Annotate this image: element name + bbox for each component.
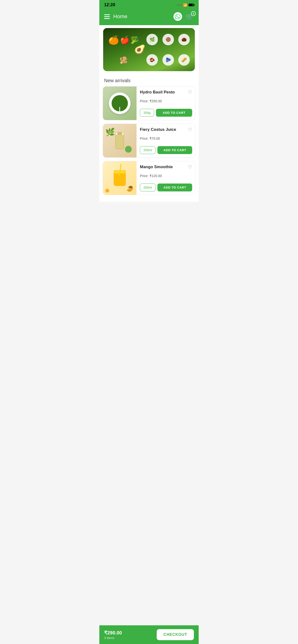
battery-icon [189, 4, 194, 6]
whatsapp-button[interactable] [174, 12, 182, 21]
product-name-3: Mango Smoothie [140, 164, 188, 170]
product-info-3: Mango Smoothie ♡ Price: ₹120.00 200ml AD… [136, 161, 195, 195]
banner-image: 🍊 🍎 🥦 🫚 🌿 🟤 🌰 🫘 🫐 🥜 🥑 [103, 28, 195, 71]
size-button-3[interactable]: 200ml [140, 184, 156, 192]
product-top-3: Mango Smoothie ♡ [140, 164, 192, 170]
product-price-2: Price: ₹70.00 [140, 136, 192, 140]
product-top-1: Hydro Basil Pesto ♡ [140, 90, 192, 95]
header-title: Home [113, 14, 127, 20]
hamburger-menu[interactable] [104, 14, 110, 19]
wishlist-button-1[interactable]: ♡ [188, 90, 192, 95]
banner-container: 🍊 🍎 🥦 🫚 🌿 🟤 🌰 🫘 🫐 🥜 🥑 [99, 25, 199, 74]
product-card-2: 🌿 Fiery Costus Juice ♡ Price: ₹70.00 200… [103, 124, 195, 158]
product-actions-2: 200ml ADD TO CART [140, 146, 192, 154]
product-card-1: Hydro Basil Pesto ♡ Price: ₹250.00 200g … [103, 86, 195, 120]
add-to-cart-button-2[interactable]: ADD TO CART [158, 146, 192, 154]
product-price-3: Price: ₹120.00 [140, 174, 192, 178]
product-price-1: Price: ₹250.00 [140, 99, 192, 103]
signal-icon [176, 4, 182, 6]
wishlist-button-2[interactable]: ♡ [188, 127, 192, 132]
header: Home 🛒 3 [99, 9, 199, 25]
product-info-1: Hydro Basil Pesto ♡ Price: ₹250.00 200g … [136, 86, 195, 120]
product-name-1: Hydro Basil Pesto [140, 90, 188, 95]
size-button-2[interactable]: 200ml [140, 146, 156, 154]
product-name-2: Fiery Costus Juice [140, 127, 188, 132]
cart-badge: 3 [191, 11, 196, 16]
product-image-2: 🌿 [103, 124, 136, 158]
status-time: 12:20 [104, 2, 115, 8]
header-left: Home [104, 14, 127, 20]
header-right: 🛒 3 [174, 12, 194, 21]
cart-button[interactable]: 🛒 3 [186, 13, 194, 20]
product-card-3: 🥭 🌼 Mango Smoothie ♡ Price: ₹120.00 200m… [103, 161, 195, 195]
product-image-1 [103, 86, 136, 120]
add-to-cart-button-3[interactable]: ADD TO CART [158, 184, 192, 192]
product-top-2: Fiery Costus Juice ♡ [140, 127, 192, 132]
status-bar: 12:20 📶 [99, 0, 199, 9]
product-info-2: Fiery Costus Juice ♡ Price: ₹70.00 200ml… [136, 124, 195, 158]
status-icons: 📶 [176, 3, 194, 7]
products-container: Hydro Basil Pesto ♡ Price: ₹250.00 200g … [99, 86, 199, 202]
section-title: New arrivals [99, 74, 199, 86]
wishlist-button-3[interactable]: ♡ [188, 164, 192, 170]
product-actions-3: 200ml ADD TO CART [140, 184, 192, 192]
wifi-icon: 📶 [183, 3, 187, 7]
add-to-cart-button-1[interactable]: ADD TO CART [156, 109, 192, 117]
size-button-1[interactable]: 200g [140, 109, 154, 117]
product-actions-1: 200g ADD TO CART [140, 109, 192, 117]
product-image-3: 🥭 🌼 [103, 161, 136, 195]
